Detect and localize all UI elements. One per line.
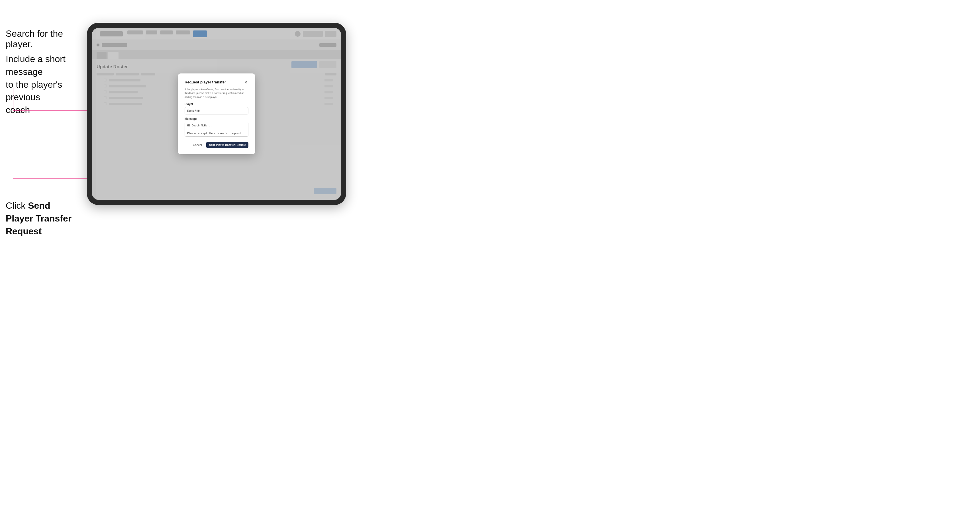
message-textarea[interactable]: Hi Coach McHarg, Please accept this tran… [185,122,248,137]
annotation-click: Click Send Player Transfer Request [6,199,80,237]
tablet-frame: Update Roster [87,23,346,205]
message-label: Message [185,117,248,121]
modal-title: Request player transfer [185,80,226,84]
arrow-vert-search [13,88,13,111]
player-input[interactable] [185,107,248,114]
tablet-screen: Update Roster [92,28,341,200]
player-label: Player [185,103,248,106]
annotation-search: Search for the player. [6,29,80,49]
modal-footer: Cancel Send Player Transfer Request [185,142,248,148]
modal-description: If the player is transferring from anoth… [185,88,248,99]
send-transfer-button[interactable]: Send Player Transfer Request [206,142,248,148]
annotation-message: Include a short message to the player's … [6,53,86,116]
modal-close-button[interactable]: ✕ [243,80,248,85]
cancel-button[interactable]: Cancel [191,142,204,148]
transfer-modal: Request player transfer ✕ If the player … [178,73,255,155]
modal-header: Request player transfer ✕ [185,80,248,85]
modal-overlay: Request player transfer ✕ If the player … [92,28,341,200]
